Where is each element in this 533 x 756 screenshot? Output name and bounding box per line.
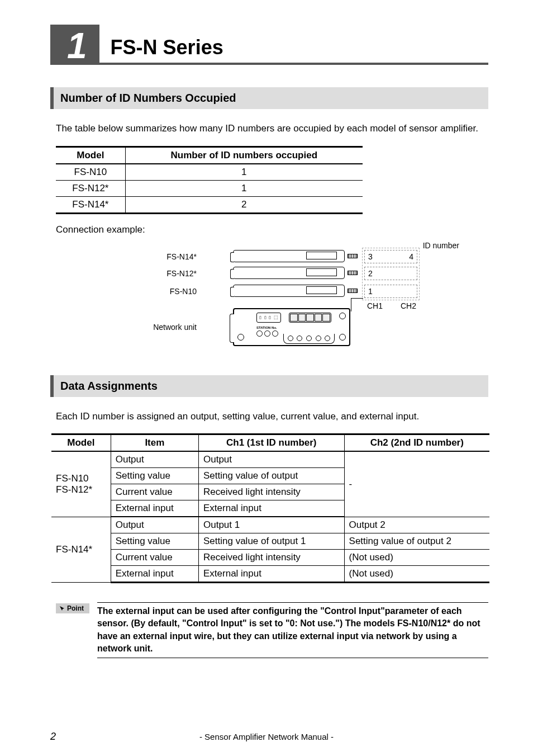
cell-ch1: Received light intensity <box>199 550 345 566</box>
table-header: Item <box>111 434 198 452</box>
cell-item: Setting value <box>111 533 198 550</box>
table-row: FS-N12* 1 <box>56 180 363 196</box>
table-row: FS-N10 1 <box>56 164 363 181</box>
cell-ch1: Setting value of output 1 <box>199 533 345 550</box>
chapter-number: 1 <box>50 25 99 65</box>
id-box: 3 4 <box>364 250 417 263</box>
diagram-label-fsn14: FS-N14* <box>130 252 197 261</box>
footer-text: - Sensor Amplifier Network Manual - <box>0 732 533 741</box>
point-note: Point The external input can be used aft… <box>56 602 488 658</box>
page-number: 2 <box>50 731 56 743</box>
cell-item: Current value <box>111 550 198 566</box>
point-text: The external input can be used after con… <box>97 602 488 658</box>
id-number-title: ID number <box>423 241 459 250</box>
connector-icon <box>348 289 358 293</box>
cell-model: FS-N14* <box>56 196 125 213</box>
sensor-box-icon <box>233 267 345 279</box>
cell-item: External input <box>111 566 198 583</box>
cell-count: 1 <box>125 180 363 196</box>
cell-ch1: Received light intensity <box>199 484 345 500</box>
diagram-label-network-unit: Network unit <box>130 323 197 332</box>
table-row: Current value Received light intensity (… <box>51 550 489 566</box>
connector-line-icon <box>351 298 363 299</box>
id-numbers-table: Model Number of ID numbers occupied FS-N… <box>56 146 363 214</box>
table-row: External input External input (Not used) <box>51 566 489 583</box>
connection-diagram: ID number FS-N14* FS-N12* FS-N10 Network… <box>63 241 476 358</box>
cell-item: Output <box>111 517 198 533</box>
pointer-icon <box>59 606 65 611</box>
connector-icon <box>348 271 358 275</box>
section-heading-data-assignments: Data Assignments <box>50 375 488 397</box>
cell-model: FS-N10 <box>56 164 125 181</box>
id-value: 1 <box>368 287 373 296</box>
section-intro: Each ID number is assigned an output, se… <box>56 409 488 424</box>
diagram-label-fsn10: FS-N10 <box>130 287 197 296</box>
model-text: FS-N12* <box>56 484 92 495</box>
table-row: FS-N10 FS-N12* Output Output - <box>51 451 489 468</box>
cell-ch2: Output 2 <box>344 517 489 533</box>
data-assignments-table: Model Item Ch1 (1st ID number) Ch2 (2nd … <box>51 433 489 583</box>
cell-model: FS-N12* <box>56 180 125 196</box>
cell-ch2-merged: - <box>344 451 489 517</box>
channel-label-ch1: CH1 <box>367 301 383 310</box>
cell-item: Setting value <box>111 468 198 484</box>
table-row: Setting value Setting value of output 1 … <box>51 533 489 550</box>
cell-ch2: (Not used) <box>344 550 489 566</box>
id-value: 2 <box>368 269 373 278</box>
model-text: FS-N10 <box>56 473 89 484</box>
cell-ch1: Output 1 <box>199 517 345 533</box>
diagram-label-fsn12: FS-N12* <box>130 269 197 278</box>
cell-ch2: Setting value of output 2 <box>344 533 489 550</box>
point-label: Point <box>67 604 84 612</box>
cell-count: 1 <box>125 164 363 181</box>
cell-item: Current value <box>111 484 198 500</box>
id-box: 2 <box>364 267 417 280</box>
cell-ch2: (Not used) <box>344 566 489 583</box>
cell-item: External input <box>111 500 198 517</box>
sensor-box-icon <box>233 285 345 297</box>
connector-icon <box>348 254 358 258</box>
chapter-title: FS-N Series <box>111 36 223 63</box>
channel-label-ch2: CH2 <box>401 301 416 310</box>
cell-ch1: Output <box>199 451 345 468</box>
sensor-box-icon <box>233 250 345 262</box>
table-header: Model <box>51 434 111 452</box>
section-heading-id-numbers: Number of ID Numbers Occupied <box>50 87 488 109</box>
station-no-label: STATION No. <box>256 326 277 329</box>
cell-model: FS-N14* <box>51 517 111 583</box>
table-header: Ch2 (2nd ID number) <box>344 434 489 452</box>
chapter-header: 1 FS-N Series <box>50 22 488 65</box>
id-box: 1 <box>364 285 417 298</box>
point-badge: Point <box>56 603 89 613</box>
network-unit-icon: ▯▯▯⬚ STATION No. <box>233 308 350 346</box>
cell-count: 2 <box>125 196 363 213</box>
table-header-count: Number of ID numbers occupied <box>125 147 363 164</box>
cell-model: FS-N10 FS-N12* <box>51 451 111 517</box>
table-row: FS-N14* Output Output 1 Output 2 <box>51 517 489 533</box>
connector-line-icon <box>351 298 351 311</box>
id-value: 4 <box>409 252 413 261</box>
cell-item: Output <box>111 451 198 468</box>
cell-ch1: Setting value of output <box>199 468 345 484</box>
cell-ch1: External input <box>199 500 345 517</box>
cell-ch1: External input <box>199 566 345 583</box>
connection-example-label: Connection example: <box>56 224 488 235</box>
table-header: Ch1 (1st ID number) <box>199 434 345 452</box>
id-value: 3 <box>368 252 373 261</box>
section-intro: The table below summarizes how many ID n… <box>56 121 488 136</box>
table-row: FS-N14* 2 <box>56 196 363 213</box>
table-header-model: Model <box>56 147 125 164</box>
